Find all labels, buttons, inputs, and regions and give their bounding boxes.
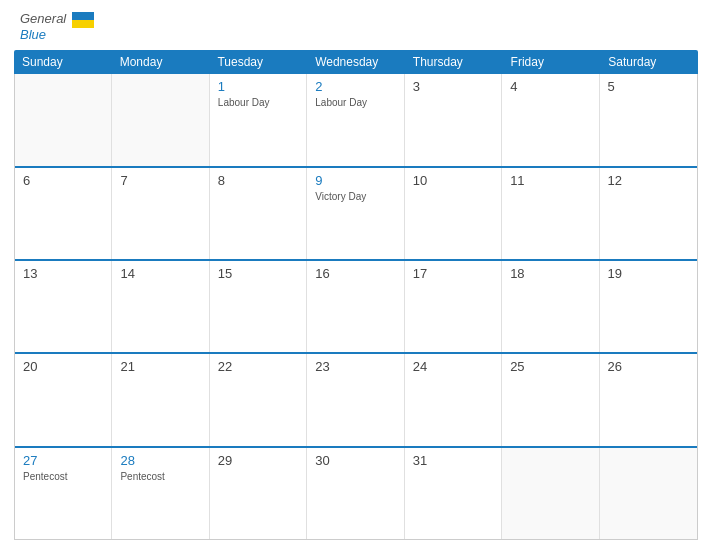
day-number: 9 bbox=[315, 173, 395, 188]
day-cell: 25 bbox=[502, 354, 599, 445]
week-row-4: 20212223242526 bbox=[15, 354, 697, 447]
day-cell: 19 bbox=[600, 261, 697, 352]
day-cell: 8 bbox=[210, 168, 307, 259]
day-cell: 5 bbox=[600, 74, 697, 165]
day-cell: 1Labour Day bbox=[210, 74, 307, 165]
day-cell bbox=[15, 74, 112, 165]
day-cell: 6 bbox=[15, 168, 112, 259]
day-number: 4 bbox=[510, 79, 590, 94]
day-number: 12 bbox=[608, 173, 689, 188]
day-number: 6 bbox=[23, 173, 103, 188]
day-cell: 13 bbox=[15, 261, 112, 352]
day-cell: 4 bbox=[502, 74, 599, 165]
day-cell bbox=[502, 448, 599, 539]
day-number: 30 bbox=[315, 453, 395, 468]
event-label: Labour Day bbox=[315, 96, 395, 109]
day-header-saturday: Saturday bbox=[600, 50, 698, 74]
day-number: 24 bbox=[413, 359, 493, 374]
day-cell: 29 bbox=[210, 448, 307, 539]
day-header-thursday: Thursday bbox=[405, 50, 503, 74]
svg-rect-1 bbox=[72, 20, 94, 28]
day-number: 31 bbox=[413, 453, 493, 468]
day-number: 29 bbox=[218, 453, 298, 468]
week-row-5: 27Pentecost28Pentecost293031 bbox=[15, 448, 697, 539]
event-label: Labour Day bbox=[218, 96, 298, 109]
day-cell: 7 bbox=[112, 168, 209, 259]
day-cell: 11 bbox=[502, 168, 599, 259]
day-number: 21 bbox=[120, 359, 200, 374]
day-cell: 20 bbox=[15, 354, 112, 445]
day-number: 23 bbox=[315, 359, 395, 374]
day-header-sunday: Sunday bbox=[14, 50, 112, 74]
day-cell: 2Labour Day bbox=[307, 74, 404, 165]
day-number: 16 bbox=[315, 266, 395, 281]
day-header-monday: Monday bbox=[112, 50, 210, 74]
day-number: 2 bbox=[315, 79, 395, 94]
day-cell: 28Pentecost bbox=[112, 448, 209, 539]
svg-rect-0 bbox=[72, 12, 94, 20]
day-number: 1 bbox=[218, 79, 298, 94]
day-cell: 23 bbox=[307, 354, 404, 445]
day-cell: 26 bbox=[600, 354, 697, 445]
day-number: 17 bbox=[413, 266, 493, 281]
day-cell: 3 bbox=[405, 74, 502, 165]
day-cell bbox=[600, 448, 697, 539]
day-number: 15 bbox=[218, 266, 298, 281]
week-row-2: 6789Victory Day101112 bbox=[15, 168, 697, 261]
day-number: 14 bbox=[120, 266, 200, 281]
week-row-1: 1Labour Day2Labour Day345 bbox=[15, 74, 697, 167]
day-number: 26 bbox=[608, 359, 689, 374]
day-cell: 22 bbox=[210, 354, 307, 445]
logo: General Blue bbox=[20, 12, 94, 42]
day-cell: 18 bbox=[502, 261, 599, 352]
day-number: 27 bbox=[23, 453, 103, 468]
day-cell: 14 bbox=[112, 261, 209, 352]
day-cell: 9Victory Day bbox=[307, 168, 404, 259]
day-number: 7 bbox=[120, 173, 200, 188]
week-row-3: 13141516171819 bbox=[15, 261, 697, 354]
logo-text: General bbox=[20, 12, 94, 28]
day-cell: 31 bbox=[405, 448, 502, 539]
event-label: Pentecost bbox=[23, 470, 103, 483]
event-label: Victory Day bbox=[315, 190, 395, 203]
day-header-friday: Friday bbox=[503, 50, 601, 74]
day-cell: 12 bbox=[600, 168, 697, 259]
day-cell: 21 bbox=[112, 354, 209, 445]
day-header-tuesday: Tuesday bbox=[209, 50, 307, 74]
calendar-weeks: 1Labour Day2Labour Day3456789Victory Day… bbox=[14, 74, 698, 540]
day-cell: 17 bbox=[405, 261, 502, 352]
day-cell: 16 bbox=[307, 261, 404, 352]
day-cell: 24 bbox=[405, 354, 502, 445]
day-header-wednesday: Wednesday bbox=[307, 50, 405, 74]
day-number: 22 bbox=[218, 359, 298, 374]
day-number: 20 bbox=[23, 359, 103, 374]
day-number: 13 bbox=[23, 266, 103, 281]
day-number: 25 bbox=[510, 359, 590, 374]
day-number: 8 bbox=[218, 173, 298, 188]
day-number: 18 bbox=[510, 266, 590, 281]
day-cell bbox=[112, 74, 209, 165]
calendar-header: General Blue bbox=[0, 0, 712, 50]
day-headers-row: SundayMondayTuesdayWednesdayThursdayFrid… bbox=[14, 50, 698, 74]
logo-blue-text: Blue bbox=[20, 28, 46, 42]
day-number: 11 bbox=[510, 173, 590, 188]
day-number: 28 bbox=[120, 453, 200, 468]
day-cell: 10 bbox=[405, 168, 502, 259]
day-number: 3 bbox=[413, 79, 493, 94]
day-cell: 30 bbox=[307, 448, 404, 539]
logo-flag bbox=[72, 12, 94, 28]
event-label: Pentecost bbox=[120, 470, 200, 483]
day-cell: 15 bbox=[210, 261, 307, 352]
day-cell: 27Pentecost bbox=[15, 448, 112, 539]
calendar-body: SundayMondayTuesdayWednesdayThursdayFrid… bbox=[0, 50, 712, 550]
day-number: 5 bbox=[608, 79, 689, 94]
day-number: 10 bbox=[413, 173, 493, 188]
day-number: 19 bbox=[608, 266, 689, 281]
